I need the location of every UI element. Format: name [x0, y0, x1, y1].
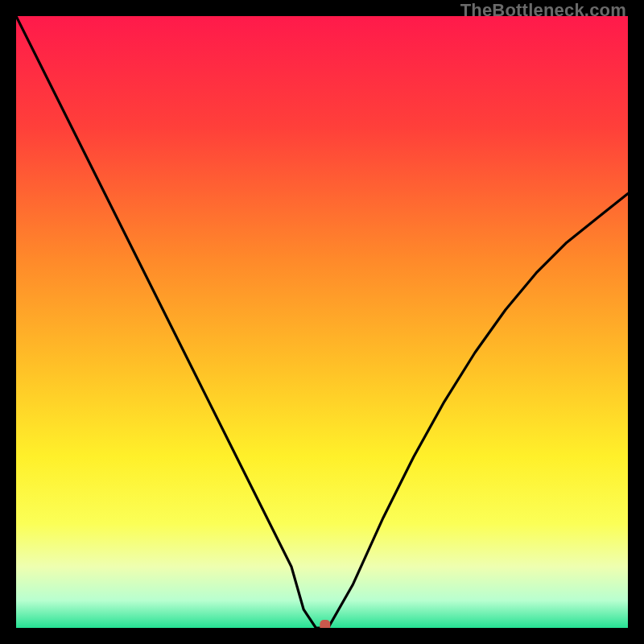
chart-frame: TheBottleneck.com	[0, 0, 644, 644]
plot-area	[16, 16, 628, 628]
watermark-text: TheBottleneck.com	[460, 0, 626, 21]
gradient-background	[16, 16, 628, 628]
bottleneck-chart	[16, 16, 628, 628]
optimal-point-marker	[320, 620, 330, 628]
